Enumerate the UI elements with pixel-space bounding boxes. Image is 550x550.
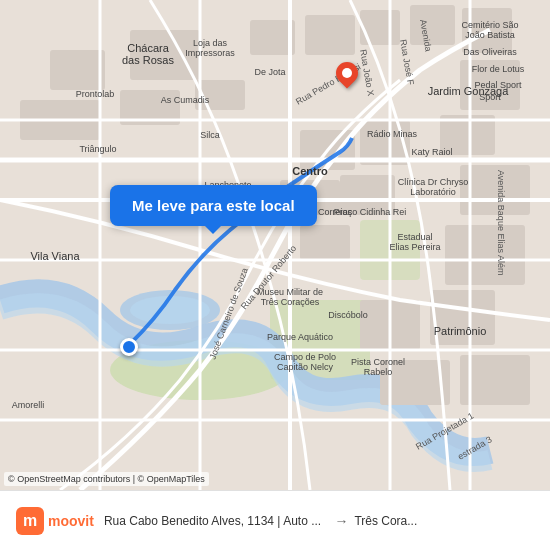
svg-text:Rádio Minas: Rádio Minas bbox=[367, 129, 418, 139]
svg-rect-13 bbox=[360, 10, 400, 45]
svg-rect-19 bbox=[445, 225, 525, 285]
svg-text:Chácara: Chácara bbox=[127, 42, 169, 54]
svg-text:Pista Coronel: Pista Coronel bbox=[351, 357, 405, 367]
svg-text:Flor de Lotus: Flor de Lotus bbox=[472, 64, 525, 74]
svg-text:Katy Raiol: Katy Raiol bbox=[411, 147, 452, 157]
svg-text:Pedal Sport: Pedal Sport bbox=[474, 80, 522, 90]
svg-text:Amorelli: Amorelli bbox=[12, 400, 45, 410]
svg-text:Capitão Nelcy: Capitão Nelcy bbox=[277, 362, 334, 372]
moovit-logo: m moovit bbox=[16, 507, 94, 535]
moovit-logo-letter: m bbox=[16, 507, 44, 535]
svg-text:Prontolab: Prontolab bbox=[76, 89, 115, 99]
svg-text:Cemitério São: Cemitério São bbox=[461, 20, 518, 30]
svg-text:De Jota: De Jota bbox=[254, 67, 285, 77]
route-arrow-icon: → bbox=[334, 513, 348, 529]
cta-bubble[interactable]: Me leve para este local bbox=[110, 185, 317, 226]
svg-text:Triângulo: Triângulo bbox=[79, 144, 116, 154]
svg-text:Vila Viana: Vila Viana bbox=[30, 250, 80, 262]
svg-text:Estadual: Estadual bbox=[397, 232, 432, 242]
svg-text:Rabelo: Rabelo bbox=[364, 367, 393, 377]
svg-text:das Rosas: das Rosas bbox=[122, 54, 174, 66]
moovit-logo-text: moovit bbox=[48, 513, 94, 529]
svg-text:Avenida Baque Elias Além: Avenida Baque Elias Além bbox=[496, 170, 506, 275]
svg-text:Laboratório: Laboratório bbox=[410, 187, 456, 197]
svg-text:Centro: Centro bbox=[292, 165, 328, 177]
svg-text:João Batista: João Batista bbox=[465, 30, 515, 40]
svg-text:Museu Militar de: Museu Militar de bbox=[257, 287, 323, 297]
svg-rect-24 bbox=[300, 225, 350, 260]
svg-text:Patrimônio: Patrimônio bbox=[434, 325, 487, 337]
route-info: Rua Cabo Benedito Alves, 1134 | Auto ...… bbox=[104, 513, 534, 529]
bottom-bar: m moovit Rua Cabo Benedito Alves, 1134 |… bbox=[0, 490, 550, 550]
svg-text:Clínica Dr Chryso: Clínica Dr Chryso bbox=[398, 177, 469, 187]
svg-text:As Cumadis: As Cumadis bbox=[161, 95, 210, 105]
origin-pin bbox=[120, 338, 138, 356]
svg-rect-7 bbox=[50, 50, 105, 90]
map-container: Chácara das Rosas Jardim Gonzaga Centro … bbox=[0, 0, 550, 490]
svg-text:Elias Pereira: Elias Pereira bbox=[389, 242, 440, 252]
destination-text: Três Cora... bbox=[354, 514, 534, 528]
svg-text:Sport: Sport bbox=[479, 92, 501, 102]
svg-text:Silca: Silca bbox=[200, 130, 220, 140]
origin-text: Rua Cabo Benedito Alves, 1134 | Auto ... bbox=[104, 514, 329, 528]
svg-text:Das Oliveiras: Das Oliveiras bbox=[463, 47, 517, 57]
svg-text:Praço Cidinha Rei: Praço Cidinha Rei bbox=[334, 207, 407, 217]
svg-text:Loja das: Loja das bbox=[193, 38, 228, 48]
svg-text:Campo de Polo: Campo de Polo bbox=[274, 352, 336, 362]
map-attribution: © OpenStreetMap contributors | © OpenMap… bbox=[4, 472, 209, 486]
destination-pin bbox=[336, 62, 358, 84]
svg-rect-14 bbox=[410, 5, 455, 45]
svg-text:Parque Aquático: Parque Aquático bbox=[267, 332, 333, 342]
svg-text:Três Corações: Três Corações bbox=[261, 297, 320, 307]
svg-text:Discóbolo: Discóbolo bbox=[328, 310, 368, 320]
svg-rect-12 bbox=[305, 15, 355, 55]
svg-text:Impressoras: Impressoras bbox=[185, 48, 235, 58]
